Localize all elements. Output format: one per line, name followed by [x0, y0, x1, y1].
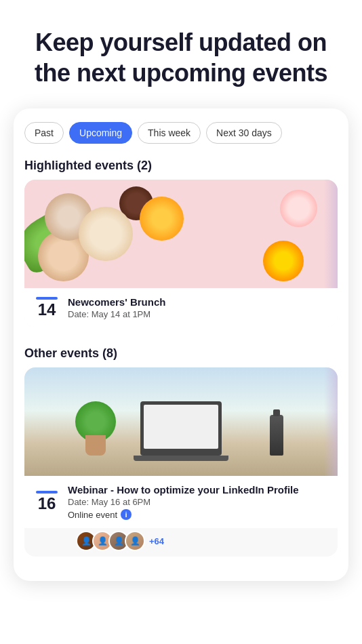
tab-next-30-days[interactable]: Next 30 days: [206, 122, 282, 144]
highlighted-section-title: Highlighted events (2): [14, 150, 348, 180]
event-image-brunch: [24, 180, 338, 288]
event-date-block: 14: [34, 297, 60, 319]
event-details-webinar: Webinar - How to optimize your LinkedIn …: [68, 484, 328, 520]
date-bar: [36, 297, 58, 300]
event-details-brunch: Newcomers' Brunch Date: May 14 at 1PM: [68, 296, 328, 319]
online-label: Online event: [68, 510, 117, 520]
page-title: Keep yourself updated on the next upcomi…: [20, 27, 342, 88]
event-name-brunch: Newcomers' Brunch: [68, 296, 328, 308]
event-date-number-webinar: 16: [38, 495, 56, 512]
app-card: Past Upcoming This week Next 30 days Hig…: [14, 108, 348, 581]
event-date-number: 14: [38, 301, 56, 319]
tab-past[interactable]: Past: [24, 122, 64, 144]
filter-tabs: Past Upcoming This week Next 30 days: [14, 108, 348, 150]
other-section-title: Other events (8): [14, 338, 348, 367]
attendees-row: 👤 👤 👤 👤 +64: [24, 528, 338, 557]
event-name-webinar: Webinar - How to optimize your LinkedIn …: [68, 484, 328, 496]
event-date-webinar: Date: May 16 at 6PM: [68, 497, 328, 507]
attendees-count: +64: [149, 536, 164, 546]
laptop-decoration: [140, 401, 222, 456]
event-info-brunch: 14 Newcomers' Brunch Date: May 14 at 1PM: [24, 288, 338, 327]
plant-decoration: [79, 401, 113, 456]
info-icon[interactable]: i: [121, 509, 132, 520]
avatar-4: 👤: [125, 531, 145, 551]
event-info-webinar: 16 Webinar - How to optimize your Linked…: [24, 476, 338, 528]
event-date-block-webinar: 16: [34, 491, 60, 512]
event-card-webinar[interactable]: 16 Webinar - How to optimize your Linked…: [24, 367, 338, 557]
tab-this-week[interactable]: This week: [138, 122, 201, 144]
event-card-newcomers-brunch[interactable]: 14 Newcomers' Brunch Date: May 14 at 1PM: [24, 180, 338, 327]
event-date-brunch: Date: May 14 at 1PM: [68, 309, 328, 319]
event-image-webinar: [24, 367, 338, 476]
tab-upcoming[interactable]: Upcoming: [69, 122, 132, 144]
header-section: Keep yourself updated on the next upcomi…: [0, 0, 362, 102]
online-badge: Online event i: [68, 509, 328, 520]
date-bar-webinar: [36, 491, 58, 494]
page-container: Keep yourself updated on the next upcomi…: [0, 0, 362, 581]
bottle-decoration: [270, 415, 283, 456]
